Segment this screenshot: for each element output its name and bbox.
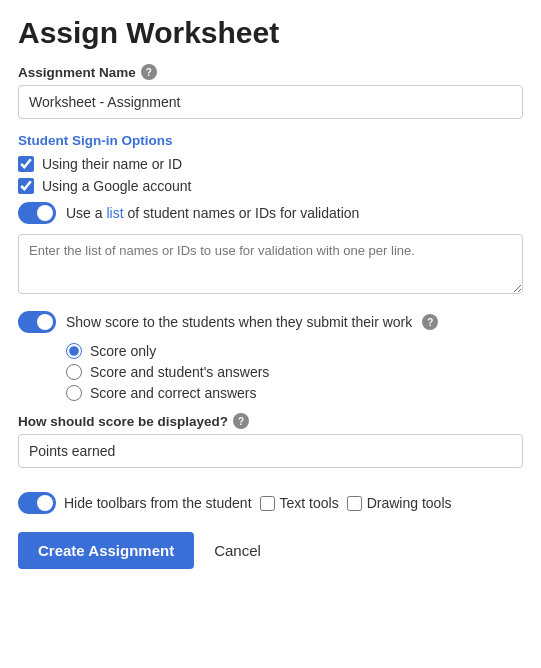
checkbox-google-label: Using a Google account [42, 178, 191, 194]
radio-score-correct-row: Score and correct answers [66, 385, 523, 401]
validation-toggle[interactable] [18, 202, 56, 224]
text-tools-checkbox[interactable] [260, 496, 275, 511]
score-display-help-icon[interactable]: ? [233, 413, 249, 429]
text-tools-checkbox-group: Text tools [260, 495, 339, 511]
create-assignment-button[interactable]: Create Assignment [18, 532, 194, 569]
checkbox-name-or-id-row: Using their name or ID [18, 156, 523, 172]
score-options-group: Score only Score and student's answers S… [66, 343, 523, 401]
drawing-tools-checkbox[interactable] [347, 496, 362, 511]
assignment-name-help-icon[interactable]: ? [141, 64, 157, 80]
score-display-label: How should score be displayed? ? [18, 413, 523, 429]
score-display-section: How should score be displayed? ? [18, 413, 523, 478]
toolbar-toggle-slider [18, 492, 56, 514]
radio-score-correct-label: Score and correct answers [90, 385, 257, 401]
radio-score-only[interactable] [66, 343, 82, 359]
buttons-row: Create Assignment Cancel [18, 532, 523, 569]
student-signin-label: Student Sign-in Options [18, 133, 523, 148]
validation-toggle-slider [18, 202, 56, 224]
toolbar-row: Hide toolbars from the student Text tool… [18, 492, 523, 514]
validation-toggle-label: Use a list of student names or IDs for v… [66, 205, 359, 221]
radio-score-correct[interactable] [66, 385, 82, 401]
toolbar-toggle[interactable] [18, 492, 56, 514]
checkbox-name-or-id[interactable] [18, 156, 34, 172]
validation-list-textarea[interactable] [18, 234, 523, 294]
score-toggle-row: Show score to the students when they sub… [18, 311, 523, 333]
page-title: Assign Worksheet [18, 16, 523, 50]
radio-score-only-row: Score only [66, 343, 523, 359]
text-tools-label: Text tools [280, 495, 339, 511]
assignment-name-label: Assignment Name ? [18, 64, 523, 80]
score-toggle[interactable] [18, 311, 56, 333]
validation-toggle-row: Use a list of student names or IDs for v… [18, 202, 523, 224]
validation-list-link[interactable]: list [106, 205, 123, 221]
assignment-name-input[interactable] [18, 85, 523, 119]
checkbox-google-row: Using a Google account [18, 178, 523, 194]
radio-score-answers-row: Score and student's answers [66, 364, 523, 380]
score-display-input[interactable] [18, 434, 523, 468]
score-toggle-slider [18, 311, 56, 333]
radio-score-answers-label: Score and student's answers [90, 364, 269, 380]
radio-score-only-label: Score only [90, 343, 156, 359]
toolbar-toggle-label: Hide toolbars from the student [64, 495, 252, 511]
checkbox-name-or-id-label: Using their name or ID [42, 156, 182, 172]
checkbox-google[interactable] [18, 178, 34, 194]
drawing-tools-label: Drawing tools [367, 495, 452, 511]
score-help-icon[interactable]: ? [422, 314, 438, 330]
score-toggle-label: Show score to the students when they sub… [66, 314, 412, 330]
radio-score-answers[interactable] [66, 364, 82, 380]
cancel-button[interactable]: Cancel [200, 532, 275, 569]
drawing-tools-checkbox-group: Drawing tools [347, 495, 452, 511]
